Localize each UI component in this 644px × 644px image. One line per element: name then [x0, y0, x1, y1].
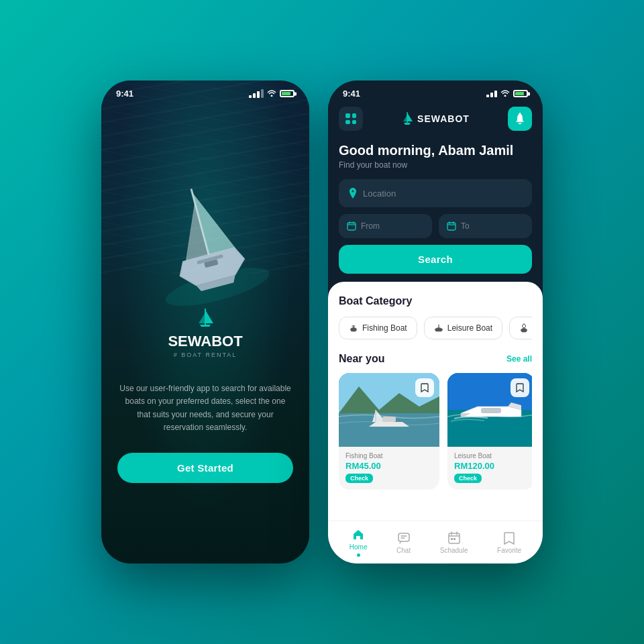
boat-card-fishing[interactable]: Fishing Boat RM45.00 Check — [339, 373, 439, 490]
phones-container: 9:41 — [101, 80, 543, 564]
from-placeholder: From — [361, 221, 380, 231]
bookmark-leisure[interactable] — [511, 378, 529, 397]
sub-greeting-text: Find your boat now — [339, 160, 532, 170]
category-fishing-boat[interactable]: Fishing Boat — [339, 317, 417, 339]
see-all-button[interactable]: See all — [506, 354, 532, 364]
bookmark-fishing[interactable] — [415, 378, 434, 397]
nav-favorite[interactable]: Favorite — [489, 529, 529, 557]
near-you-header: Near you See all — [339, 353, 532, 365]
boat-card-img-fishing — [339, 373, 439, 447]
boats-row: Fishing Boat RM45.00 Check — [339, 373, 532, 490]
battery-icon-right — [513, 90, 528, 97]
category-leisure-boat[interactable]: Leisure Boat — [424, 317, 502, 339]
home-header: Good morning, Abam Jamil Find your boat … — [328, 138, 543, 179]
leisure-boat-price: RM120.00 — [454, 461, 528, 471]
menu-button[interactable] — [339, 107, 363, 131]
time-right: 9:41 — [343, 89, 360, 99]
splash-description: Use our user-friendly app to search for … — [117, 382, 293, 434]
status-icons-left — [249, 89, 294, 99]
notification-button[interactable] — [508, 107, 532, 131]
wifi-icon-right — [500, 89, 510, 99]
category-sunset[interactable]: Sunset — [509, 317, 532, 339]
leisure-boat-type: Leisure Boat — [454, 452, 528, 460]
fishing-boat-type: Fishing Boat — [345, 452, 433, 460]
nav-schedule-label: Schadule — [440, 547, 468, 554]
fishing-check-badge: Check — [345, 474, 373, 483]
location-input[interactable]: Location — [339, 179, 532, 207]
status-bar-right: 9:41 — [328, 80, 543, 101]
svg-rect-7 — [347, 223, 356, 230]
brand-logo: SEWABOT — [401, 112, 470, 125]
nav-home-label: Home — [350, 543, 368, 551]
nav-chat[interactable]: Chat — [388, 529, 419, 557]
nav-favorite-label: Favorite — [497, 547, 521, 554]
splash-phone: 9:41 — [101, 80, 309, 564]
svg-rect-33 — [453, 538, 455, 540]
location-placeholder: Location — [363, 189, 396, 199]
search-button[interactable]: Search — [339, 245, 532, 274]
splash-subtitle: # BOAT RENTAL — [174, 352, 237, 358]
boat-card-leisure[interactable]: Leisure Boat RM120.00 Check — [447, 373, 532, 490]
nav-active-indicator — [357, 553, 360, 557]
top-navigation: SEWABOT — [328, 101, 543, 138]
to-input[interactable]: To — [439, 214, 532, 238]
home-phone: 9:41 — [328, 80, 543, 564]
svg-rect-11 — [447, 223, 455, 230]
get-started-button[interactable]: Get Started — [117, 453, 293, 483]
categories-row: Fishing Boat Leisure Boat — [339, 317, 532, 339]
near-you-title: Near you — [339, 353, 384, 365]
grid-icon — [345, 113, 356, 124]
leisure-boat-label: Leisure Boat — [447, 323, 492, 333]
greeting-text: Good morning, Abam Jamil — [339, 143, 532, 158]
bottom-sheet-content: Boat Category Fishing Boat — [328, 282, 543, 521]
splash-title: SEWABOT — [168, 333, 242, 350]
fishing-boat-price: RM45.00 — [345, 461, 433, 471]
nav-home[interactable]: Home — [341, 525, 376, 559]
boat-card-info-fishing: Fishing Boat RM45.00 Check — [339, 447, 439, 490]
status-bar-left: 9:41 — [101, 80, 309, 101]
date-row: From To — [339, 214, 532, 238]
boat-card-img-leisure — [447, 373, 532, 447]
splash-content: SEWABOT # BOAT RENTAL Use our user-frien… — [101, 307, 309, 483]
svg-point-15 — [523, 325, 526, 328]
brand-name: SEWABOT — [417, 113, 470, 124]
time-left: 9:41 — [116, 89, 133, 99]
nav-schedule[interactable]: Schadule — [432, 529, 476, 557]
svg-rect-32 — [451, 538, 453, 540]
to-placeholder: To — [461, 221, 470, 231]
battery-icon — [280, 90, 294, 97]
bottom-sheet: Boat Category Fishing Boat — [328, 282, 543, 564]
status-icons-right — [486, 89, 528, 99]
svg-rect-24 — [481, 408, 501, 413]
signal-icon-right — [486, 91, 497, 97]
svg-rect-20 — [382, 417, 396, 422]
bottom-navigation: Home Chat — [328, 521, 543, 564]
signal-icon — [249, 89, 264, 98]
nav-chat-label: Chat — [396, 547, 411, 554]
category-section-title: Boat Category — [339, 295, 532, 307]
leisure-check-badge: Check — [454, 474, 482, 483]
svg-rect-25 — [398, 533, 409, 541]
search-form: Location From — [328, 179, 543, 282]
boat-card-info-leisure: Leisure Boat RM120.00 Check — [447, 447, 532, 490]
splash-logo: SEWABOT # BOAT RENTAL — [117, 307, 293, 369]
fishing-boat-label: Fishing Boat — [362, 323, 407, 333]
wifi-icon — [267, 89, 276, 99]
from-input[interactable]: From — [339, 214, 432, 238]
svg-point-6 — [519, 113, 521, 115]
